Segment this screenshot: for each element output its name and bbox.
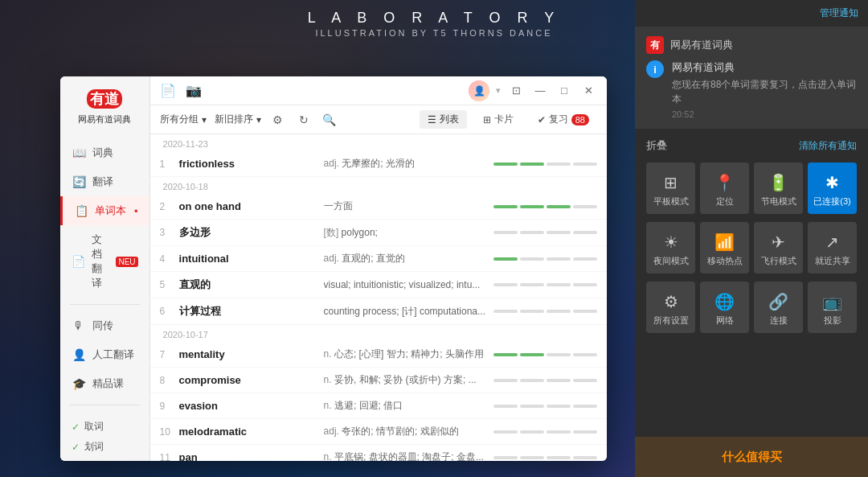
avatar-dropdown-icon[interactable]: ▾ — [496, 85, 501, 96]
sidebar-item-tongchuan[interactable]: 🎙 同传 — [60, 311, 149, 340]
date-header-1: 2020-11-23 — [150, 134, 607, 151]
word-def-4: adj. 直观的; 直觉的 — [324, 252, 485, 265]
word-progress-10 — [493, 430, 597, 434]
search-icon-btn[interactable]: 🔍 — [321, 111, 338, 129]
word-num-2: 2 — [160, 201, 179, 212]
pb-1-3 — [547, 162, 571, 166]
quick-action-settings[interactable]: ⚙ 所有设置 — [646, 282, 695, 333]
word-row-8[interactable]: 8 compromise n. 妥协, 和解; 妥协 (或折中) 方案; ... — [150, 368, 607, 393]
word-progress-2 — [493, 205, 597, 208]
connect-label: 连接 — [770, 315, 788, 327]
word-def-2: 一方面 — [324, 199, 485, 213]
minimize-btn[interactable]: — — [531, 82, 549, 100]
word-num-5: 5 — [160, 279, 179, 290]
danciben-dot: • — [134, 205, 138, 217]
word-num-7: 7 — [160, 349, 179, 360]
pb-2-4 — [573, 205, 597, 208]
quick-action-night[interactable]: ☀ 夜间模式 — [646, 222, 695, 273]
quick-action-nearby[interactable]: ↗ 就近共享 — [808, 222, 857, 273]
pb-8-4 — [573, 379, 597, 382]
maximize-btn[interactable]: □ — [555, 82, 573, 100]
filter-select[interactable]: 所有分组 ▾ — [160, 113, 207, 126]
settings-label: 所有设置 — [653, 315, 689, 327]
quick-action-project[interactable]: 📺 投影 — [808, 282, 857, 333]
sidebar-item-jingpin[interactable]: 🎓 精品课 — [60, 369, 149, 398]
word-row-4[interactable]: 4 intuitional adj. 直观的; 直觉的 — [150, 246, 607, 272]
check-huaci-icon: ✓ — [72, 442, 80, 453]
quick-action-battery[interactable]: 🔋 节电模式 — [754, 162, 803, 214]
pb-8-3 — [547, 379, 571, 382]
camera-icon[interactable]: 📷 — [186, 83, 202, 98]
pb-2-3 — [547, 205, 571, 208]
settings-icon-btn[interactable]: ⚙ — [269, 111, 287, 129]
pb-3-4 — [573, 231, 597, 234]
refresh-icon-btn[interactable]: ↻ — [295, 111, 313, 129]
quick-action-network[interactable]: 🌐 网络 — [700, 282, 749, 333]
quick-action-bluetooth[interactable]: ✱ 已连接(3) — [808, 162, 857, 214]
notif-app-name: 网易有道词典 — [670, 38, 733, 52]
word-row-3[interactable]: 3 多边形 [数] polygon; — [150, 220, 607, 246]
tablet-label: 平板模式 — [653, 195, 689, 208]
notif-card-header: 有 网易有道词典 — [646, 36, 857, 54]
sidebar-item-cidian[interactable]: 📖 词典 — [60, 138, 149, 167]
clear-all-btn[interactable]: 清除所有通知 — [799, 139, 857, 153]
pb-5-2 — [520, 283, 544, 286]
view-list-btn[interactable]: ☰ 列表 — [420, 110, 467, 129]
project-label: 投影 — [824, 315, 841, 327]
bluetooth-icon: ✱ — [825, 173, 839, 192]
manage-notif-btn[interactable]: 管理通知 — [820, 6, 858, 20]
airplane-icon: ✈ — [772, 232, 785, 252]
review-label: 复习 — [549, 113, 568, 126]
word-row-10[interactable]: 10 melodramatic adj. 夸张的; 情节剧的; 戏剧似的 — [150, 419, 607, 445]
notification-panel: 管理通知 有 网易有道词典 i 网易有道词典 您现在有88个单词需要复习，点击进… — [635, 0, 868, 477]
quick-action-location[interactable]: 📍 定位 — [700, 162, 749, 214]
lab-title: L A B O R A T O R Y Illustration by T5 t… — [308, 10, 560, 38]
titlebar-right: 👤 ▾ ⊡ — □ ✕ — [469, 80, 597, 101]
pb-1-4 — [573, 162, 597, 166]
quick-action-airplane[interactable]: ✈ 飞行模式 — [754, 222, 803, 273]
word-row-1[interactable]: 1 frictionless adj. 无摩擦的; 光滑的 — [150, 151, 607, 177]
pb-8-1 — [493, 379, 518, 382]
word-row-9[interactable]: 9 evasion n. 逃避; 回避; 借口 — [150, 393, 607, 419]
pb-4-1 — [493, 257, 518, 261]
quick-action-tablet[interactable]: ⊞ 平板模式 — [646, 162, 695, 214]
restore-btn[interactable]: ⊡ — [507, 82, 525, 100]
sidebar-item-wendang[interactable]: 📄 文档翻译 NEU — [60, 225, 149, 298]
word-progress-7 — [493, 353, 597, 356]
file-icon[interactable]: 📄 — [160, 83, 176, 98]
card-icon: ⊞ — [483, 114, 491, 125]
word-row-5[interactable]: 5 直观的 visual; intuitionistic; visualized… — [150, 272, 607, 298]
pb-11-3 — [547, 456, 571, 459]
word-row-7[interactable]: 7 mentality n. 心态; [心理] 智力; 精神力; 头脑作用 — [150, 342, 607, 368]
quick-action-hotspot[interactable]: 📶 移动热点 — [700, 222, 749, 273]
check-huaci[interactable]: ✓ 划词 — [72, 437, 138, 457]
jingpin-icon: 🎓 — [72, 376, 86, 391]
cidian-label: 词典 — [92, 146, 113, 160]
pb-1-2 — [520, 162, 544, 166]
sort-btn[interactable]: 新旧排序 ▾ — [215, 113, 261, 126]
night-icon: ☀ — [664, 232, 678, 252]
main-content: 📄 📷 👤 ▾ ⊡ — □ ✕ 所有分组 ▾ 新旧排序 ▾ — [150, 76, 607, 461]
pb-6-2 — [520, 310, 544, 313]
check-quci[interactable]: ✓ 取词 — [72, 417, 138, 437]
quick-action-connect[interactable]: 🔗 连接 — [754, 282, 803, 333]
view-card-btn[interactable]: ⊞ 卡片 — [475, 110, 522, 129]
word-row-11[interactable]: 11 pan n. 平底锅; 盘状的器皿; 淘盘子; 金盘... — [150, 445, 607, 461]
action-center: 折叠 清除所有通知 ⊞ 平板模式 📍 定位 🔋 节电模式 ✱ 已连接(3) — [635, 130, 868, 477]
word-row-2[interactable]: 2 on one hand 一方面 — [150, 194, 607, 220]
pb-3-1 — [493, 231, 518, 234]
pb-7-3 — [547, 353, 571, 356]
avatar[interactable]: 👤 — [469, 80, 489, 101]
sidebar-item-fanyi[interactable]: 🔄 翻译 — [60, 167, 149, 196]
sidebar-item-rengong[interactable]: 👤 人工翻译 — [60, 340, 149, 369]
tongchuan-label: 同传 — [92, 319, 113, 333]
review-badge: 88 — [571, 114, 589, 125]
close-btn[interactable]: ✕ — [579, 82, 597, 100]
app-window: 有道 网易有道词典 📖 词典 🔄 翻译 📋 单词本 • 📄 文档翻译 NEU — [60, 76, 607, 461]
pb-10-3 — [547, 430, 571, 434]
word-row-6[interactable]: 6 计算过程 counting process; [计] computation… — [150, 298, 607, 325]
word-def-9: n. 逃避; 回避; 借口 — [324, 399, 485, 413]
review-btn[interactable]: ✔ 复习 88 — [530, 110, 597, 129]
sidebar-item-danciben[interactable]: 📋 单词本 • — [60, 196, 149, 225]
fold-btn[interactable]: 折叠 — [646, 138, 667, 153]
